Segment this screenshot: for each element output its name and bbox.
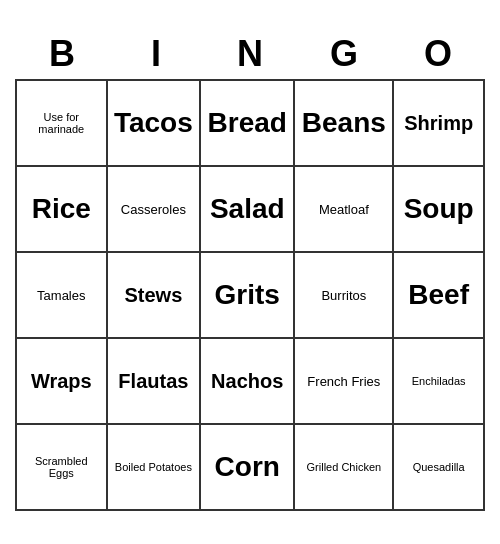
bingo-header: BINGO: [15, 33, 485, 75]
bingo-letter-n: N: [207, 33, 293, 75]
cell-3-3: French Fries: [294, 338, 393, 424]
cell-0-2: Bread: [200, 80, 294, 166]
grid-row-3: WrapsFlautasNachosFrench FriesEnchiladas: [16, 338, 484, 424]
cell-3-1: Flautas: [107, 338, 201, 424]
cell-3-4: Enchiladas: [393, 338, 484, 424]
grid-row-4: Scrambled EggsBoiled PotatoesCornGrilled…: [16, 424, 484, 510]
cell-4-2: Corn: [200, 424, 294, 510]
bingo-letter-g: G: [301, 33, 387, 75]
cell-3-0: Wraps: [16, 338, 107, 424]
cell-1-3: Meatloaf: [294, 166, 393, 252]
cell-0-3: Beans: [294, 80, 393, 166]
grid-row-1: RiceCasserolesSaladMeatloafSoup: [16, 166, 484, 252]
cell-1-4: Soup: [393, 166, 484, 252]
cell-1-1: Casseroles: [107, 166, 201, 252]
bingo-letter-o: O: [395, 33, 481, 75]
cell-4-0: Scrambled Eggs: [16, 424, 107, 510]
bingo-letter-b: B: [19, 33, 105, 75]
cell-2-2: Grits: [200, 252, 294, 338]
cell-2-0: Tamales: [16, 252, 107, 338]
cell-2-3: Burritos: [294, 252, 393, 338]
cell-2-1: Stews: [107, 252, 201, 338]
cell-0-4: Shrimp: [393, 80, 484, 166]
cell-2-4: Beef: [393, 252, 484, 338]
grid-row-0: Use for marinadeTacosBreadBeansShrimp: [16, 80, 484, 166]
bingo-letter-i: I: [113, 33, 199, 75]
cell-4-4: Quesadilla: [393, 424, 484, 510]
bingo-grid: Use for marinadeTacosBreadBeansShrimpRic…: [15, 79, 485, 511]
cell-1-2: Salad: [200, 166, 294, 252]
cell-0-0: Use for marinade: [16, 80, 107, 166]
cell-3-2: Nachos: [200, 338, 294, 424]
grid-row-2: TamalesStewsGritsBurritosBeef: [16, 252, 484, 338]
bingo-card: BINGO Use for marinadeTacosBreadBeansShr…: [15, 33, 485, 511]
cell-4-1: Boiled Potatoes: [107, 424, 201, 510]
cell-1-0: Rice: [16, 166, 107, 252]
cell-4-3: Grilled Chicken: [294, 424, 393, 510]
cell-0-1: Tacos: [107, 80, 201, 166]
